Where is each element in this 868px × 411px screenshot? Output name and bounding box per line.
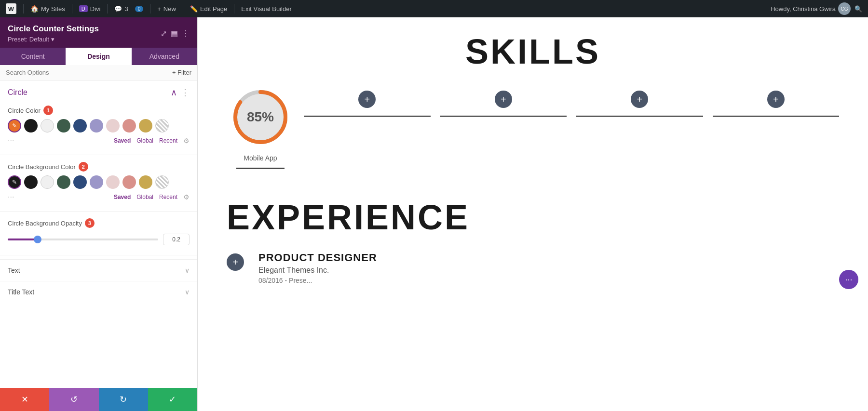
redo-button[interactable]: ↻ xyxy=(99,388,148,411)
circle-color-badge: 1 xyxy=(43,106,53,115)
experience-content: PRODUCT DESIGNER Elegant Themes Inc. 08/… xyxy=(258,252,839,284)
circle-color-meta: ··· Saved Global Recent ⚙ xyxy=(8,135,190,147)
floating-more-btn[interactable]: ··· xyxy=(839,270,858,289)
comments-link[interactable]: 💬 3 xyxy=(114,5,128,13)
color-swatch-bg-lightpink[interactable] xyxy=(106,175,120,189)
page-content: SKILLS 85% Mobile App xyxy=(198,17,868,411)
circle-bg-opacity-label: Circle Background Opacity 3 xyxy=(8,218,190,228)
color-swatch-bg-lavender[interactable] xyxy=(90,175,103,189)
new-link[interactable]: + New xyxy=(157,5,176,13)
circle-color-label: Circle Color 1 xyxy=(8,106,190,115)
add-circle-btn-4[interactable]: + xyxy=(767,91,785,108)
circle-row: 85% Mobile App + + + xyxy=(227,86,839,169)
collapse-circle-btn[interactable]: ∧ xyxy=(171,87,177,98)
color-swatch-bg-gold[interactable] xyxy=(139,175,152,189)
bg-global-link[interactable]: Global xyxy=(136,194,153,200)
comments-count: 3 xyxy=(124,5,128,13)
color-swatch-lavender[interactable] xyxy=(90,119,103,133)
divi-label: Divi xyxy=(90,5,101,13)
exit-builder-label: Exit Visual Builder xyxy=(241,5,292,13)
sidebar-header: Circle Counter Settings Preset: Default … xyxy=(0,17,197,48)
circle-bg-color-meta: ··· Saved Global Recent ⚙ xyxy=(8,192,190,203)
opacity-slider-track[interactable] xyxy=(8,239,158,240)
color-swatch-orange[interactable]: ✎ xyxy=(8,119,21,133)
bg-saved-link[interactable]: Saved xyxy=(114,194,131,200)
color-swatch-gold[interactable] xyxy=(139,119,152,133)
color-swatch-bg-white[interactable] xyxy=(41,175,54,189)
color-swatch-bg-stripe[interactable] xyxy=(155,175,169,189)
layout-icon[interactable]: ▦ xyxy=(171,29,178,38)
undo-icon: ↺ xyxy=(70,394,78,405)
add-placeholder-2: + xyxy=(440,86,567,117)
gear-icon-2[interactable]: ⚙ xyxy=(183,193,190,201)
add-circle-btn-2[interactable]: + xyxy=(495,91,512,108)
color-swatch-navy[interactable] xyxy=(73,119,87,133)
tab-design[interactable]: Design xyxy=(66,48,131,65)
edit-page-link[interactable]: ✏️ Edit Page xyxy=(190,5,227,13)
divi-link[interactable]: D Divi xyxy=(79,5,101,13)
wp-logo[interactable]: W xyxy=(6,3,16,14)
add-placeholder-1: + xyxy=(304,86,431,117)
redo-icon: ↻ xyxy=(120,394,127,405)
saved-link[interactable]: Saved xyxy=(114,137,131,144)
sidebar-preset[interactable]: Preset: Default ▾ xyxy=(8,36,99,43)
circle-section-more[interactable]: ⋮ xyxy=(181,87,190,98)
color-swatch-bg-darkgreen[interactable] xyxy=(57,175,70,189)
text-section[interactable]: Text ∨ xyxy=(0,259,197,281)
experience-add-btn[interactable]: + xyxy=(227,253,244,271)
color-swatch-black[interactable] xyxy=(24,119,38,133)
opacity-slider-thumb[interactable] xyxy=(34,236,41,243)
color-swatch-bg-pink[interactable] xyxy=(122,175,136,189)
search-input[interactable] xyxy=(6,69,172,76)
tab-advanced[interactable]: Advanced xyxy=(132,48,197,65)
add-circle-btn-3[interactable]: + xyxy=(631,91,648,108)
recent-link[interactable]: Recent xyxy=(159,137,177,144)
color-swatch-white[interactable] xyxy=(41,119,54,133)
color-swatch-lightpink[interactable] xyxy=(106,119,120,133)
filter-button[interactable]: + Filter xyxy=(172,69,191,76)
circle-section-header: Circle ∧ ⋮ xyxy=(0,80,197,103)
divider xyxy=(23,4,24,13)
color-swatch-bg-navy[interactable] xyxy=(73,175,87,189)
exit-builder-link[interactable]: Exit Visual Builder xyxy=(241,5,292,13)
circle-color-field: Circle Color 1 ✎ xyxy=(0,103,197,151)
divider-1 xyxy=(0,155,197,155)
skills-title: SKILLS xyxy=(227,32,839,71)
save-button[interactable]: ✓ xyxy=(148,388,197,411)
circle-bg-color-text: Circle Background Color xyxy=(8,163,76,171)
title-text-section[interactable]: Title Text ∨ xyxy=(0,281,197,303)
circle-color-swatches: ✎ xyxy=(8,119,190,133)
divider2 xyxy=(72,4,72,13)
tab-content[interactable]: Content xyxy=(0,48,66,65)
opacity-value-input[interactable]: 0.2 xyxy=(163,234,190,245)
search-link[interactable]: 🔍 xyxy=(854,5,862,13)
color-swatch-pink[interactable] xyxy=(122,119,136,133)
company-name: Elegant Themes Inc. xyxy=(258,266,839,275)
bg-recent-link[interactable]: Recent xyxy=(159,194,177,200)
wp-icon: W xyxy=(6,3,16,14)
comment-count-badge[interactable]: 0 xyxy=(135,6,144,12)
preset-label: Preset: Default xyxy=(8,36,49,43)
color-swatch-stripe[interactable] xyxy=(155,119,169,133)
add-circle-btn-1[interactable]: + xyxy=(358,91,376,108)
dots-icon: ··· xyxy=(8,136,14,145)
chevron-down-title-text: ∨ xyxy=(185,288,190,296)
circle-label: Mobile App xyxy=(244,154,277,162)
undo-button[interactable]: ↺ xyxy=(49,388,98,411)
sidebar-tabs: Content Design Advanced xyxy=(0,48,197,65)
page-inner: SKILLS 85% Mobile App xyxy=(198,17,868,299)
more-icon[interactable]: ⋮ xyxy=(182,29,190,38)
expand-icon[interactable]: ⤢ xyxy=(161,29,167,38)
color-swatch-bg-black2[interactable] xyxy=(24,175,38,189)
chevron-down-text: ∨ xyxy=(185,266,190,274)
global-link[interactable]: Global xyxy=(136,137,153,144)
my-sites-link[interactable]: 🏠 My Sites xyxy=(30,5,65,13)
circle-counter: 85% Mobile App xyxy=(227,86,294,169)
color-swatch-darkgreen[interactable] xyxy=(57,119,70,133)
pencil-icon-2: ✎ xyxy=(12,179,17,186)
cancel-button[interactable]: ✕ xyxy=(0,388,49,411)
gear-icon[interactable]: ⚙ xyxy=(183,137,190,145)
divider5 xyxy=(183,4,183,13)
color-swatch-bg-black[interactable]: ✎ xyxy=(8,175,21,189)
user-greeting[interactable]: Howdy, Christina Gwira CG xyxy=(771,2,851,15)
